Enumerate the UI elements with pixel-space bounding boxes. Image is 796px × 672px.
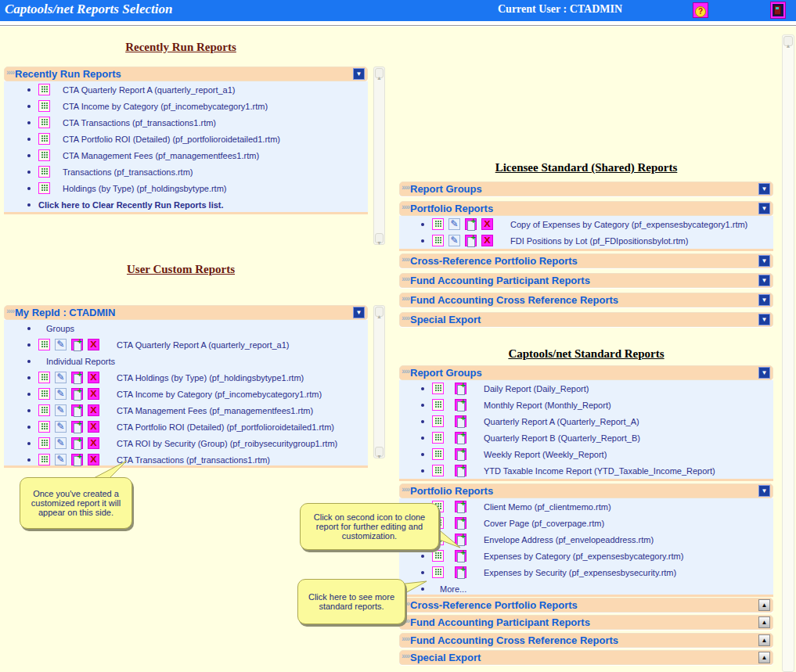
clone-report-icon[interactable] — [455, 432, 466, 444]
section-header-standard-crossref[interactable]: Cross-Reference Portfolio Reports — [399, 598, 773, 613]
clone-report-icon[interactable] — [455, 501, 466, 512]
edit-report-icon[interactable] — [55, 372, 67, 383]
edit-report-icon[interactable] — [448, 235, 460, 246]
run-report-icon[interactable] — [432, 218, 444, 230]
edit-report-icon[interactable] — [55, 454, 67, 465]
run-report-icon[interactable] — [38, 437, 50, 449]
section-header-licensee-fund-participant[interactable]: Fund Accounting Participant Reports — [399, 273, 773, 288]
run-report-icon[interactable] — [432, 432, 444, 444]
delete-report-icon[interactable] — [88, 339, 99, 350]
run-report-icon[interactable] — [38, 182, 50, 194]
recently-panel-scrollbar[interactable] — [373, 66, 385, 245]
section-header-licensee-fund-crossref[interactable]: Fund Accounting Cross Reference Reports — [399, 293, 773, 307]
report-link[interactable]: CTA Quarterly Report A (quarterly_report… — [63, 85, 236, 95]
clone-report-icon[interactable] — [455, 415, 466, 427]
section-header-licensee-portfolio[interactable]: Portfolio Reports — [399, 201, 773, 216]
clone-report-icon[interactable] — [71, 388, 83, 400]
collapse-arrow-icon[interactable] — [758, 485, 770, 497]
my-repid-panel-header[interactable]: My RepId : CTADMIN — [4, 305, 368, 320]
clone-report-icon[interactable] — [455, 566, 466, 578]
section-header-licensee-crossref[interactable]: Cross-Reference Portfolio Reports — [399, 253, 773, 268]
run-report-icon[interactable] — [38, 149, 50, 161]
report-link[interactable]: CTA Income by Category (pf_incomebycateg… — [63, 102, 268, 111]
expand-arrow-icon[interactable] — [758, 255, 770, 267]
scroll-up-icon[interactable] — [375, 307, 384, 317]
scroll-down-icon[interactable] — [375, 447, 384, 457]
run-report-icon[interactable] — [38, 454, 50, 465]
run-report-icon[interactable] — [432, 235, 444, 246]
clone-report-icon[interactable] — [455, 383, 466, 394]
run-report-icon[interactable] — [432, 465, 444, 476]
recently-run-panel-header[interactable]: Recently Run Reports — [4, 66, 368, 81]
delete-report-icon[interactable] — [88, 372, 99, 383]
report-link[interactable]: Holdings (by Type) (pf_holdingsbytype.rt… — [63, 184, 227, 193]
run-report-icon[interactable] — [38, 421, 50, 433]
collapse-arrow-icon[interactable] — [353, 307, 365, 318]
run-report-icon[interactable] — [432, 550, 444, 562]
edit-report-icon[interactable] — [55, 388, 67, 400]
clone-report-icon[interactable] — [71, 454, 83, 465]
expand-arrow-icon[interactable] — [758, 652, 770, 663]
scroll-up-icon[interactable] — [375, 68, 384, 78]
run-report-icon[interactable] — [38, 133, 50, 145]
clone-report-icon[interactable] — [465, 235, 477, 246]
section-header-standard-fund-crossref[interactable]: Fund Accounting Cross Reference Reports — [399, 633, 773, 648]
expand-arrow-icon[interactable] — [758, 634, 770, 646]
more-link[interactable]: More... — [440, 584, 466, 594]
delete-report-icon[interactable] — [88, 404, 99, 416]
clone-report-icon[interactable] — [71, 437, 83, 449]
clone-report-icon[interactable] — [71, 404, 83, 416]
delete-report-icon[interactable] — [481, 235, 493, 246]
report-link[interactable]: CTA Portfolio ROI (Detailed) (pf_portfol… — [63, 135, 280, 144]
expand-arrow-icon[interactable] — [758, 616, 770, 628]
expand-arrow-icon[interactable] — [758, 599, 770, 611]
delete-report-icon[interactable] — [88, 421, 99, 433]
edit-report-icon[interactable] — [55, 437, 67, 449]
clone-report-icon[interactable] — [455, 399, 466, 411]
expand-arrow-icon[interactable] — [758, 294, 770, 306]
run-report-icon[interactable] — [432, 383, 444, 394]
run-report-icon[interactable] — [38, 100, 50, 112]
expand-arrow-icon[interactable] — [758, 183, 770, 195]
collapse-arrow-icon[interactable] — [758, 203, 770, 214]
expand-arrow-icon[interactable] — [758, 275, 770, 286]
run-report-icon[interactable] — [38, 404, 50, 416]
clone-report-icon[interactable] — [71, 339, 83, 350]
run-report-icon[interactable] — [38, 372, 50, 383]
delete-report-icon[interactable] — [481, 218, 493, 230]
run-report-icon[interactable] — [38, 388, 50, 400]
custom-panel-scrollbar[interactable] — [373, 305, 385, 458]
clone-report-icon[interactable] — [465, 218, 477, 230]
delete-report-icon[interactable] — [88, 437, 99, 449]
clone-report-icon[interactable] — [71, 372, 83, 383]
section-header-standard-portfolio[interactable]: Portfolio Reports — [399, 483, 773, 498]
report-link[interactable]: CTA Management Fees (pf_managementfees1.… — [63, 151, 259, 160]
run-report-icon[interactable] — [432, 399, 444, 411]
run-report-icon[interactable] — [38, 84, 50, 95]
edit-report-icon[interactable] — [55, 404, 67, 416]
run-report-icon[interactable] — [38, 166, 50, 178]
delete-report-icon[interactable] — [88, 388, 99, 400]
clear-recent-link[interactable]: Click here to Clear Recently Run Reports… — [38, 200, 224, 210]
clone-report-icon[interactable] — [71, 421, 83, 433]
section-header-licensee-special-export[interactable]: Special Export — [399, 312, 773, 327]
section-header-licensee-report-groups[interactable]: Report Groups — [399, 181, 773, 196]
section-header-standard-report-groups[interactable]: Report Groups — [399, 365, 773, 380]
clone-report-icon[interactable] — [455, 448, 466, 460]
clone-report-icon[interactable] — [455, 550, 466, 562]
help-icon[interactable]: ? — [693, 2, 708, 18]
report-link[interactable]: CTA Transactions (pf_transactions1.rtm) — [63, 118, 216, 128]
scroll-up-icon[interactable] — [783, 36, 793, 46]
edit-report-icon[interactable] — [55, 339, 67, 350]
run-report-icon[interactable] — [432, 448, 444, 460]
collapse-arrow-icon[interactable] — [353, 68, 365, 80]
run-report-icon[interactable] — [38, 339, 50, 350]
edit-report-icon[interactable] — [448, 218, 460, 230]
run-report-icon[interactable] — [432, 415, 444, 427]
report-link[interactable]: Transactions (pf_transactions.rtm) — [63, 167, 193, 177]
run-report-icon[interactable] — [432, 566, 444, 578]
expand-arrow-icon[interactable] — [758, 314, 770, 325]
edit-report-icon[interactable] — [55, 421, 67, 433]
scroll-down-icon[interactable] — [375, 233, 384, 243]
run-report-icon[interactable] — [38, 117, 50, 128]
